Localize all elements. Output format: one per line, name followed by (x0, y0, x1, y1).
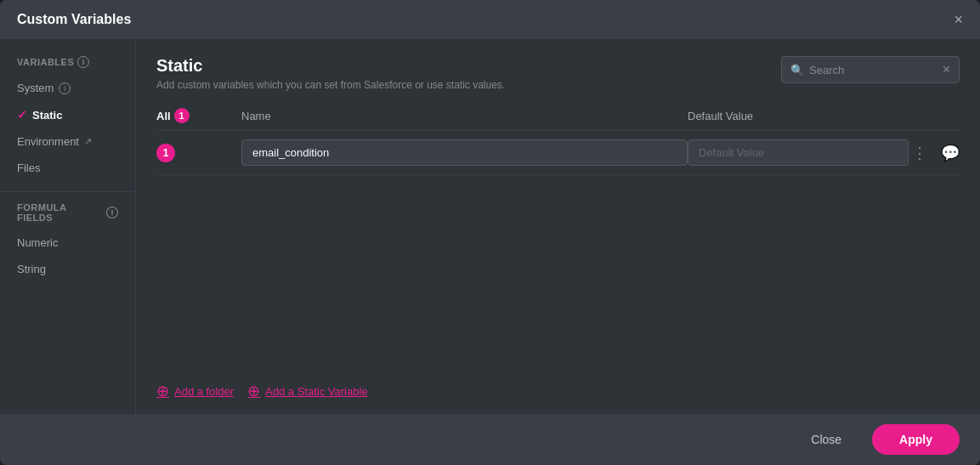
table-row: 1 ⋮ 💬 (156, 131, 960, 175)
content-footer: ⊕ Add a folder ⊕ Add a Static Variable (136, 371, 980, 414)
system-label: System (17, 82, 54, 94)
system-info-icon[interactable]: i (59, 82, 71, 94)
sidebar-item-static[interactable]: ✓ Static (0, 101, 135, 128)
add-variable-icon: ⊕ (247, 382, 260, 400)
add-variable-link[interactable]: ⊕ Add a Static Variable (247, 382, 367, 400)
row-number: 1 (156, 144, 241, 162)
modal-title: Custom Variables (17, 12, 131, 27)
variables-info-icon[interactable]: i (77, 56, 89, 68)
sidebar-item-system[interactable]: System i (0, 75, 135, 101)
add-folder-icon: ⊕ (156, 382, 169, 400)
row-actions: ⋮ 💬 (909, 142, 960, 164)
table-header-row: All 1 Name Default Value (156, 101, 960, 131)
modal: Custom Variables × VARIABLES i System i … (0, 0, 980, 465)
environment-label: Environment (17, 135, 79, 148)
sidebar: VARIABLES i System i ✓ Static Environmen… (0, 39, 136, 414)
row-name-cell (241, 139, 688, 166)
formula-info-icon[interactable]: i (106, 207, 118, 218)
sidebar-item-files[interactable]: Files (0, 155, 135, 181)
apply-button[interactable]: Apply (872, 424, 960, 455)
col-all-badge: 1 (174, 108, 190, 123)
sidebar-item-environment[interactable]: Environment ↗ (0, 128, 135, 155)
modal-header: Custom Variables × (0, 0, 980, 39)
row-default-cell (688, 139, 909, 166)
modal-body: VARIABLES i System i ✓ Static Environmen… (0, 39, 980, 414)
content-desc: Add custom variables which you can set f… (156, 79, 505, 91)
sidebar-divider (0, 191, 135, 192)
search-input[interactable] (809, 64, 938, 77)
default-value-input[interactable] (688, 139, 909, 166)
table-area: All 1 Name Default Value 1 (136, 101, 980, 371)
string-label: String (17, 263, 46, 275)
col-name-header: Name (241, 110, 688, 122)
col-all-header: All 1 (156, 108, 241, 123)
add-variable-label: Add a Static Variable (265, 385, 367, 398)
add-folder-link[interactable]: ⊕ Add a folder (156, 382, 234, 400)
variables-section-label: VARIABLES i (0, 56, 135, 75)
external-link-icon: ↗ (84, 136, 92, 147)
search-icon: 🔍 (790, 64, 804, 77)
content-title: Static (156, 56, 505, 76)
row-num-badge: 1 (156, 144, 175, 162)
modal-footer: Close Apply (0, 414, 980, 465)
main-content: Static Add custom variables which you ca… (136, 39, 980, 414)
add-folder-label: Add a folder (174, 385, 234, 398)
sidebar-item-string[interactable]: String (0, 256, 135, 282)
check-icon: ✓ (17, 108, 27, 122)
formula-fields-section-label: FORMULA FIELDS i (0, 202, 135, 230)
modal-overlay: Custom Variables × VARIABLES i System i … (0, 0, 980, 465)
numeric-label: Numeric (17, 236, 58, 249)
search-box: 🔍 × (781, 56, 960, 83)
close-button[interactable]: Close (790, 424, 862, 455)
more-options-button[interactable]: ⋮ (909, 142, 931, 164)
search-clear-icon[interactable]: × (943, 62, 950, 77)
comment-button[interactable]: 💬 (938, 142, 963, 164)
files-label: Files (17, 162, 40, 174)
sidebar-item-numeric[interactable]: Numeric (0, 230, 135, 256)
name-input[interactable] (241, 139, 688, 166)
content-header: Static Add custom variables which you ca… (136, 39, 980, 101)
close-icon[interactable]: × (954, 12, 963, 27)
content-header-left: Static Add custom variables which you ca… (156, 56, 505, 91)
col-default-header: Default Value (688, 110, 909, 122)
static-label: Static (32, 109, 62, 122)
